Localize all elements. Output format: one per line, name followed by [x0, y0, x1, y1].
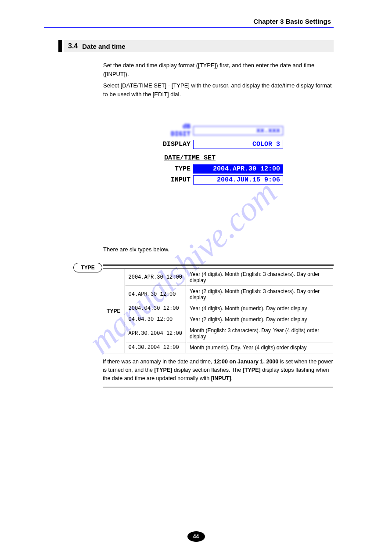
display-value: COLOR 3	[193, 140, 283, 149]
type-format-cell: 2004.04.30 12:00	[125, 303, 186, 314]
after-intro: There are six types below.	[103, 246, 169, 253]
type-value-selected[interactable]: 2004.APR.30 12:00	[193, 164, 283, 174]
type-format-table: TYPE2004.APR.30 12:00Year (4 digits). Mo…	[103, 268, 333, 353]
datetime-group-label: DATE/TIME SET	[164, 154, 283, 162]
type-format-cell: APR.30.2004 12:00	[125, 325, 186, 342]
type-format-cell: 04.30.2004 12:00	[125, 342, 186, 353]
type-desc-cell: Year (2 digits). Month (numeric). Day or…	[186, 314, 333, 325]
page-number: 44	[0, 531, 392, 542]
type-format-cell: 04.APR.30 12:00	[125, 286, 186, 303]
chapter-title: Chapter 3 Basic Settings	[44, 18, 334, 28]
device-screenshot: dB DIGIT xx.xxx DISPLAY COLOR 3 DATE/TIM…	[162, 123, 283, 186]
intro-p2: Select [DATE/TIME SET] - [TYPE] with the…	[103, 81, 336, 99]
intro-p1: Set the date and time display format ([T…	[103, 61, 336, 79]
db-digit-label: dB DIGIT	[162, 123, 193, 138]
type-capsule-label: TYPE	[73, 263, 102, 272]
type-side-header: TYPE	[103, 269, 125, 353]
input-label: INPUT	[162, 176, 193, 184]
type-desc-cell: Year (4 digits). Month (English: 3 chara…	[186, 269, 333, 286]
section-number: 3.4	[68, 42, 78, 50]
type-format-cell: 04.04.30 12:00	[125, 314, 186, 325]
display-label: DISPLAY	[162, 141, 193, 148]
intro-text: Set the date and time display format ([T…	[103, 61, 336, 99]
type-desc-cell: Month (numeric). Day. Year (4 digits) or…	[186, 342, 333, 353]
type-desc-cell: Month (English: 3 characters). Day. Year…	[186, 325, 333, 342]
type-desc-cell: Year (4 digits). Month (numeric). Day or…	[186, 303, 333, 314]
section-title: Date and time	[82, 43, 125, 50]
type-format-cell: 2004.APR.30 12:00	[125, 269, 186, 286]
input-value[interactable]: 2004.JUN.15 9:06	[193, 175, 283, 185]
type-label: TYPE	[162, 165, 193, 173]
type-note: If there was an anomaly in the date and …	[103, 358, 333, 382]
db-digit-value: xx.xxx	[193, 126, 283, 135]
type-desc-cell: Year (2 digits). Month (English: 3 chara…	[186, 286, 333, 303]
type-table-block: TYPE TYPE2004.APR.30 12:00Year (4 digits…	[76, 265, 334, 388]
section-heading: 3.4 Date and time	[64, 40, 334, 52]
